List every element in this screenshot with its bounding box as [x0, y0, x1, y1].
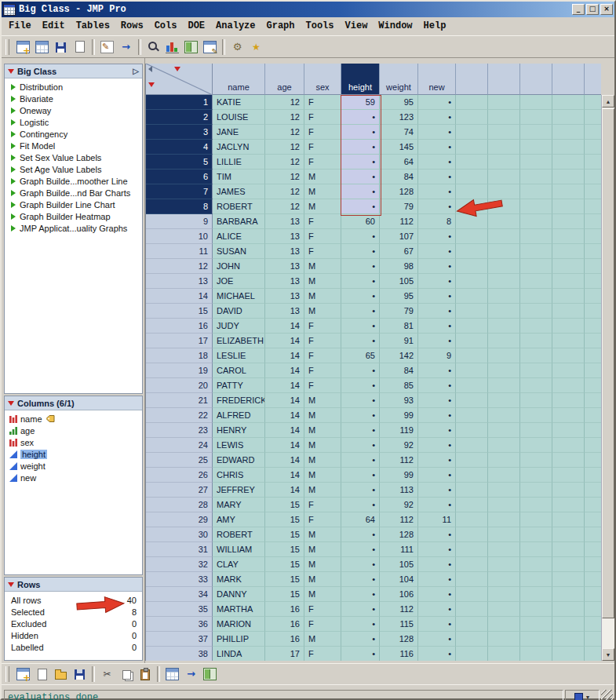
script-item[interactable]: Distribution	[5, 81, 142, 93]
vertical-scrollbar[interactable]: ▲ ▼	[601, 95, 614, 661]
table-row[interactable]: 16JUDY14F•81•	[146, 319, 601, 334]
cell-empty[interactable]	[456, 214, 488, 229]
row-number[interactable]: 35	[146, 602, 213, 617]
cell-height[interactable]: 60	[341, 214, 380, 229]
cell-empty[interactable]	[456, 95, 488, 110]
cell-empty[interactable]	[520, 468, 552, 483]
cell-name[interactable]: DANNY	[213, 587, 265, 602]
cell-empty[interactable]	[456, 512, 488, 527]
row-number[interactable]: 21	[146, 393, 213, 408]
maximize-button[interactable]: □	[586, 4, 599, 15]
cell-empty[interactable]	[520, 498, 552, 512]
cell-empty[interactable]	[456, 348, 488, 363]
collapse-chevron-icon[interactable]: ▷	[133, 67, 139, 75]
table-row[interactable]: 2LOUISE12F•123•	[146, 110, 601, 125]
toolbar-drag-handle[interactable]	[5, 666, 9, 682]
cell-empty[interactable]	[488, 348, 520, 363]
cell-empty[interactable]	[520, 319, 552, 334]
cell-empty[interactable]	[488, 125, 520, 140]
favorites-button[interactable]	[247, 38, 265, 56]
cell-name[interactable]: JUDY	[213, 319, 265, 334]
script-run-icon[interactable]	[11, 119, 16, 126]
cell-empty[interactable]	[456, 438, 488, 453]
cell-empty[interactable]	[552, 617, 585, 632]
cell-name[interactable]: LILLIE	[213, 155, 265, 170]
cell-name[interactable]: WILLIAM	[213, 542, 265, 557]
cell-empty[interactable]	[552, 498, 585, 512]
row-number[interactable]: 36	[146, 617, 213, 632]
cell-height[interactable]: •	[341, 438, 380, 453]
script-item[interactable]: Fit Model	[5, 140, 142, 151]
row-number[interactable]: 15	[146, 304, 213, 319]
rows-stat-selected[interactable]: Selected8	[5, 606, 142, 618]
script-item[interactable]: Oneway	[5, 104, 142, 116]
cell-sex[interactable]: F	[304, 363, 341, 378]
cell-age[interactable]: 16	[265, 632, 304, 647]
cell-age[interactable]: 16	[265, 602, 304, 617]
row-number[interactable]: 38	[146, 647, 213, 661]
cell-name[interactable]: ELIZABETH	[213, 334, 265, 348]
cell-age[interactable]: 15	[265, 498, 304, 512]
cell-sex[interactable]: F	[304, 498, 341, 512]
cell-name[interactable]: ROBERT	[213, 527, 265, 542]
cell-empty[interactable]	[488, 498, 520, 512]
cell-weight[interactable]: 64	[380, 155, 418, 170]
cell-empty[interactable]	[456, 334, 488, 348]
cell-age[interactable]: 13	[265, 244, 304, 259]
column-header-age[interactable]: age	[265, 64, 304, 95]
cell-weight[interactable]: 85	[380, 378, 418, 393]
row-number[interactable]: 13	[146, 274, 213, 289]
cell-height[interactable]: •	[341, 647, 380, 661]
cell-new[interactable]: 11	[418, 512, 456, 527]
cell-new[interactable]: •	[418, 542, 456, 557]
cell-empty[interactable]	[520, 483, 552, 498]
cell-age[interactable]: 14	[265, 453, 304, 468]
script-item[interactable]: Contingency	[5, 128, 142, 140]
cell-empty[interactable]	[552, 632, 585, 647]
cell-height[interactable]: •	[341, 155, 380, 170]
cell-empty[interactable]	[456, 244, 488, 259]
table-row[interactable]: 33MARK15M•104•	[146, 572, 601, 587]
cell-height[interactable]: •	[341, 602, 380, 617]
cell-sex[interactable]: F	[304, 602, 341, 617]
cell-weight[interactable]: 105	[380, 274, 418, 289]
cell-empty[interactable]	[552, 408, 585, 423]
table-row[interactable]: 24LEWIS14M•92•	[146, 438, 601, 453]
cell-sex[interactable]: F	[304, 140, 341, 155]
cell-sex[interactable]: F	[304, 319, 341, 334]
cell-name[interactable]: LEWIS	[213, 438, 265, 453]
cell-weight[interactable]: 128	[380, 632, 418, 647]
cell-empty[interactable]	[456, 259, 488, 274]
row-number[interactable]: 17	[146, 334, 213, 348]
cell-age[interactable]: 14	[265, 393, 304, 408]
cell-weight[interactable]: 123	[380, 110, 418, 125]
cell-new[interactable]: •	[418, 184, 456, 199]
row-number[interactable]: 32	[146, 557, 213, 572]
cell-empty[interactable]	[552, 423, 585, 438]
cell-name[interactable]: HENRY	[213, 423, 265, 438]
cell-sex[interactable]: F	[304, 214, 341, 229]
cell-age[interactable]: 16	[265, 617, 304, 632]
red-triangle-menu-icon[interactable]	[8, 69, 14, 74]
menu-doe[interactable]: DOE	[182, 19, 210, 34]
script-run-icon[interactable]	[11, 131, 16, 137]
cell-empty[interactable]	[520, 453, 552, 468]
cell-age[interactable]: 14	[265, 319, 304, 334]
cell-new[interactable]: •	[418, 408, 456, 423]
cell-empty[interactable]	[552, 438, 585, 453]
rows-stat-all-rows[interactable]: All rows40	[5, 594, 142, 606]
cell-name[interactable]: LINDA	[213, 647, 265, 661]
cell-height[interactable]: •	[341, 244, 380, 259]
cell-empty[interactable]	[488, 557, 520, 572]
cell-height[interactable]: 64	[341, 512, 380, 527]
cell-empty[interactable]	[488, 170, 520, 184]
row-number[interactable]: 20	[146, 378, 213, 393]
cell-empty[interactable]	[552, 483, 585, 498]
cell-empty[interactable]	[488, 617, 520, 632]
cell-weight[interactable]: 95	[380, 95, 418, 110]
cell-empty[interactable]	[520, 304, 552, 319]
cell-empty[interactable]	[520, 125, 552, 140]
cell-empty[interactable]	[488, 468, 520, 483]
cell-age[interactable]: 12	[265, 95, 304, 110]
table-row[interactable]: 38LINDA17F•116•	[146, 647, 601, 661]
